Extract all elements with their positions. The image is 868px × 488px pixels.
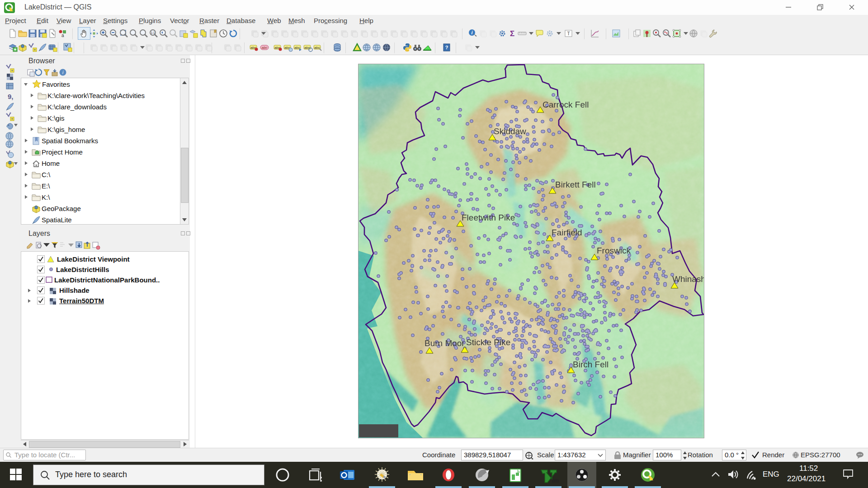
svg-text:T: T (567, 31, 570, 36)
svg-text:9,: 9, (8, 93, 14, 100)
svg-text:Fleetwith Pike: Fleetwith Pike (462, 213, 515, 222)
svg-text:im: im (552, 477, 559, 484)
svg-text:Carrock Fell: Carrock Fell (542, 100, 589, 109)
svg-text:Birkett Fell: Birkett Fell (555, 180, 596, 189)
svg-text:Froswick: Froswick (597, 246, 631, 255)
svg-text:Burn Moor: Burn Moor (425, 338, 465, 348)
svg-text:Stickle Pike: Stickle Pike (466, 338, 510, 347)
svg-text:?: ? (445, 45, 448, 50)
svg-text:Fairfield: Fairfield (552, 228, 582, 237)
svg-text:1:1: 1:1 (151, 31, 155, 34)
svg-text:Skiddaw: Skiddaw (494, 127, 526, 136)
svg-text:a: a (61, 33, 64, 38)
svg-text:abc: abc (262, 46, 268, 50)
svg-text:Whinash: Whinash (672, 274, 704, 284)
svg-text:Birch Fell: Birch Fell (573, 360, 609, 369)
svg-text:Σ: Σ (510, 29, 514, 38)
svg-text:abc: abc (314, 46, 320, 50)
